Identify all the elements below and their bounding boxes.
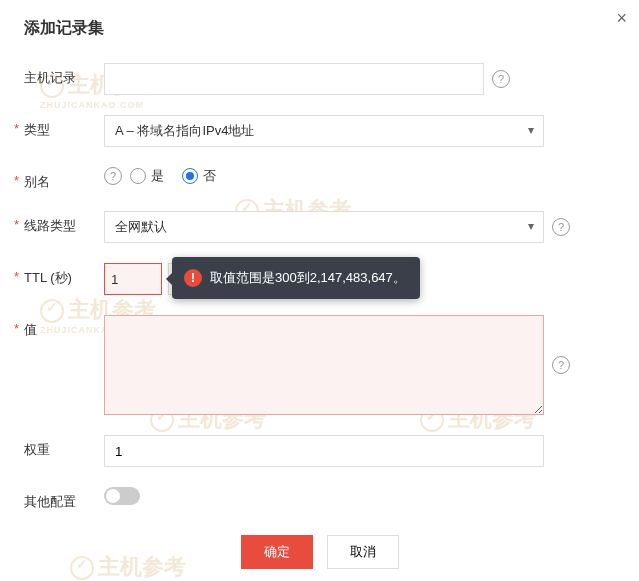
value-textarea[interactable] <box>104 315 544 415</box>
line-select[interactable]: 全网默认 <box>104 211 544 243</box>
ok-button[interactable]: 确定 <box>241 535 313 569</box>
help-icon[interactable]: ? <box>552 218 570 236</box>
dialog-title: 添加记录集 <box>24 18 615 39</box>
ttl-error-tooltip: ! 取值范围是300到2,147,483,647。 <box>172 257 420 299</box>
label-value: 值 <box>24 315 104 339</box>
weight-input[interactable] <box>104 435 544 467</box>
label-ttl: TTL (秒) <box>24 263 104 287</box>
help-icon[interactable]: ? <box>492 70 510 88</box>
type-select[interactable]: A – 将域名指向IPv4地址 <box>104 115 544 147</box>
label-host: 主机记录 <box>24 63 104 87</box>
label-other: 其他配置 <box>24 487 104 511</box>
close-button[interactable]: × <box>616 8 627 29</box>
host-input[interactable] <box>104 63 484 95</box>
cancel-button[interactable]: 取消 <box>327 535 399 569</box>
radio-icon <box>130 168 146 184</box>
alias-radio-group: 是 否 <box>130 167 216 185</box>
error-icon: ! <box>184 269 202 287</box>
alias-radio-yes[interactable]: 是 <box>130 167 164 185</box>
other-config-toggle[interactable] <box>104 487 140 505</box>
radio-label: 是 <box>151 167 164 185</box>
ttl-input[interactable] <box>104 263 162 295</box>
help-icon[interactable]: ? <box>552 356 570 374</box>
radio-label: 否 <box>203 167 216 185</box>
label-weight: 权重 <box>24 435 104 459</box>
label-type: 类型 <box>24 115 104 139</box>
label-line: 线路类型 <box>24 211 104 235</box>
alias-radio-no[interactable]: 否 <box>182 167 216 185</box>
tooltip-text: 取值范围是300到2,147,483,647。 <box>210 270 406 285</box>
label-alias: 别名 <box>24 167 104 191</box>
help-icon[interactable]: ? <box>104 167 122 185</box>
watermark-sub: ZHUJICANKAO.COM <box>40 100 156 110</box>
radio-icon <box>182 168 198 184</box>
